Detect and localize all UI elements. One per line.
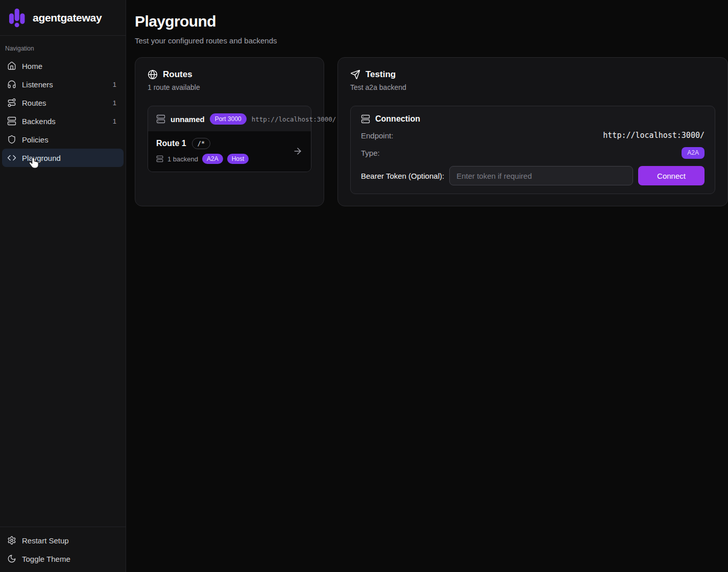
connect-button[interactable]: Connect <box>638 166 705 185</box>
sidebar-item-home[interactable]: Home <box>2 57 124 75</box>
restart-setup-label: Restart Setup <box>22 536 69 545</box>
port-badge: Port 3000 <box>210 113 247 125</box>
gear-icon <box>7 536 16 545</box>
endpoint-value: http://localhost:3000/ <box>603 131 705 140</box>
toggle-theme-button[interactable]: Toggle Theme <box>2 550 124 568</box>
sidebar-item-policies[interactable]: Policies <box>2 130 124 149</box>
moon-icon <box>7 554 16 563</box>
sidebar-item-label: Backends <box>22 117 56 126</box>
sidebar-item-label: Policies <box>22 135 48 144</box>
server-icon <box>7 116 16 126</box>
route-host-badge: Host <box>227 154 249 164</box>
sidebar-item-playground[interactable]: Playground <box>2 149 124 167</box>
listener-name: unnamed <box>171 115 205 124</box>
route-info: Route 1 /* 1 backend A2A Host <box>156 138 249 164</box>
routes-card: Routes 1 route available unnamed Port 30… <box>135 57 324 206</box>
type-badge: A2A <box>682 147 705 159</box>
endpoint-label: Endpoint: <box>361 131 393 140</box>
server-icon <box>156 114 165 124</box>
route-icon <box>7 98 16 107</box>
page-title: Playground <box>135 12 728 31</box>
listener-header: unnamed Port 3000 http://localhost:3000/ <box>148 106 311 131</box>
sidebar-footer: Restart Setup Toggle Theme <box>0 527 126 572</box>
arrow-right-icon <box>293 146 303 156</box>
cards-row: Routes 1 route available unnamed Port 30… <box>135 57 728 206</box>
route-type-badge: A2A <box>202 154 223 164</box>
headphones-icon <box>7 80 16 89</box>
brand[interactable]: agentgateway <box>0 0 126 36</box>
listener-card: unnamed Port 3000 http://localhost:3000/… <box>148 106 311 172</box>
server-icon <box>156 155 163 162</box>
testing-card-subtitle: Test a2a backend <box>350 83 715 91</box>
page-subtitle: Test your configured routes and backends <box>135 35 728 46</box>
routes-card-subtitle: 1 route available <box>148 83 311 91</box>
testing-card-title: Testing <box>366 69 396 80</box>
sidebar-item-label: Listeners <box>22 80 53 89</box>
globe-icon <box>148 69 158 80</box>
server-icon <box>361 114 370 124</box>
agentgateway-logo-icon <box>7 7 27 29</box>
shield-icon <box>7 135 16 144</box>
sidebar-item-count: 1 <box>113 99 118 107</box>
sidebar-item-label: Playground <box>22 154 61 162</box>
brand-name: agentgateway <box>33 12 102 24</box>
toggle-theme-label: Toggle Theme <box>22 555 70 563</box>
app-root: agentgateway Navigation Home Listeners 1 <box>0 0 728 206</box>
main-content: Playground Test your configured routes a… <box>126 0 728 206</box>
sidebar-item-routes[interactable]: Routes 1 <box>2 93 124 112</box>
route-list-item[interactable]: Route 1 /* 1 backend A2A Host <box>148 131 311 172</box>
bearer-token-input[interactable] <box>449 166 633 185</box>
connection-title: Connection <box>375 114 420 124</box>
bearer-token-label: Bearer Token (Optional): <box>361 172 444 180</box>
route-path-badge: /* <box>192 138 210 149</box>
sidebar-item-label: Routes <box>22 99 46 107</box>
routes-card-title: Routes <box>163 69 192 80</box>
connection-card: Connection Endpoint: http://localhost:30… <box>350 106 715 194</box>
route-backend-count: 1 backend <box>167 155 198 163</box>
restart-setup-button[interactable]: Restart Setup <box>2 531 124 550</box>
code-icon <box>7 153 16 162</box>
nav-section-label: Navigation <box>2 40 124 57</box>
sidebar-item-count: 1 <box>113 81 118 88</box>
home-icon <box>7 61 16 70</box>
sidebar-item-backends[interactable]: Backends 1 <box>2 112 124 130</box>
listener-url: http://localhost:3000/ <box>252 115 336 123</box>
send-icon <box>350 69 360 80</box>
testing-card: Testing Test a2a backend Connection Endp… <box>337 57 728 206</box>
route-name: Route 1 <box>156 139 186 148</box>
sidebar-item-label: Home <box>22 62 42 70</box>
type-label: Type: <box>361 149 380 157</box>
sidebar-nav: Navigation Home Listeners 1 Routes <box>0 36 126 527</box>
sidebar: agentgateway Navigation Home Listeners 1 <box>0 0 126 572</box>
sidebar-item-listeners[interactable]: Listeners 1 <box>2 75 124 93</box>
sidebar-item-count: 1 <box>113 117 118 125</box>
